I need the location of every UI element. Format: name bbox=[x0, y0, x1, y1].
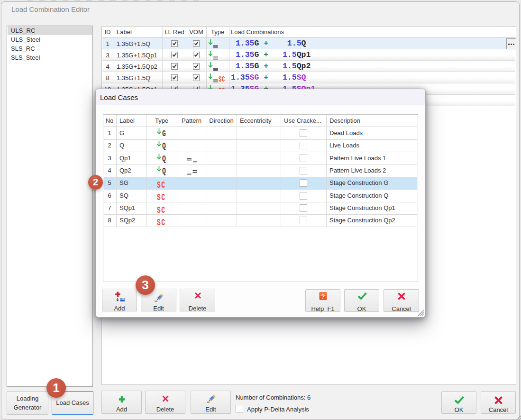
svg-text:?: ? bbox=[321, 293, 325, 300]
